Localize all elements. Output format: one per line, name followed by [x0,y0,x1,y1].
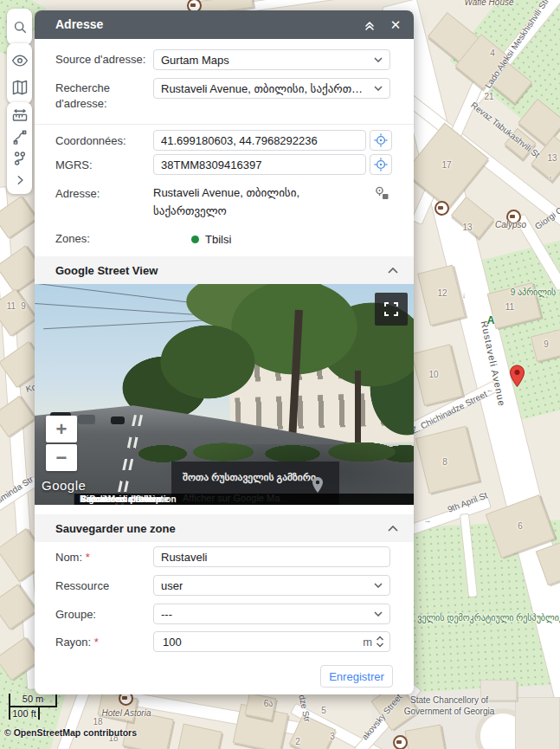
zone-name[interactable]: Tbilsi [205,230,231,249]
chevron-down-icon [374,583,383,588]
mgrs-input[interactable] [153,154,366,175]
save-zone-section-header[interactable]: Sauvegarder une zone [35,514,414,542]
coordinates-label: Coordonnées: [55,133,126,149]
radius-field: m [153,631,390,652]
locate-mgrs-button[interactable] [370,154,392,175]
radius-input[interactable] [161,635,363,649]
map-label: 5 [321,706,326,715]
street-view-section-title: Google Street View [55,264,158,277]
copy-address-icon[interactable] [374,185,389,204]
crosshair-icon [374,133,388,147]
sv-location-title: შოთა რუსთაველის გამზირი [183,471,316,483]
stepper-icon[interactable] [376,636,384,648]
save-button[interactable]: Enregistrer [320,665,393,688]
sv-car [111,416,125,424]
search-icon[interactable] [10,17,29,36]
resource-select[interactable]: user [153,575,390,596]
sv-pin-icon [312,477,324,494]
map-building [415,426,480,494]
eye-icon[interactable] [10,51,29,70]
map-scale-metric: 50 m [9,694,57,707]
chevron-down-icon [374,611,383,617]
address-source-value: Gurtam Maps [161,54,229,67]
save-zone-section-title: Sauvegarder une zone [55,522,176,535]
nodes-icon[interactable] [10,149,29,168]
divider [35,124,414,125]
zones-label: Zones: [55,231,90,247]
sidebar-group-search [7,9,32,45]
map-label: 18 [93,717,102,726]
close-icon[interactable]: ✕ [386,16,405,35]
sv-zoom-in-button[interactable]: + [46,416,77,442]
route-icon[interactable] [10,128,29,147]
ruler-icon[interactable] [10,107,29,126]
fullscreen-icon[interactable] [375,293,408,326]
zone-dot-icon [191,236,199,243]
address-search-select[interactable]: Rustaveli Avenue, თბილისი, საქართველო [153,78,390,99]
street-view-viewport[interactable]: + − Google შოთა რუსთაველის გამზირი Affic… [35,284,414,505]
panel-title: Adresse [55,17,103,31]
address-label: Adresse: [55,186,100,202]
sidebar-group-view [7,43,32,104]
address-source-select[interactable]: Gurtam Maps [153,49,390,70]
sv-zoom-out-button[interactable]: − [46,444,77,471]
map-layers-icon[interactable] [10,78,29,97]
mgrs-label: MGRS: [55,158,93,173]
crosshair-icon [374,158,388,171]
address-value: Rustaveli Avenue, თბილისი, საქართველო [153,184,357,220]
collapse-icon[interactable] [360,16,379,35]
sidebar-group-tools [7,102,32,194]
street-view-section-header[interactable]: Google Street View [35,256,414,284]
zone-name-input[interactable] [153,546,390,567]
map-poi-icon [434,201,449,216]
group-value: --- [161,608,172,621]
google-logo: Google [42,478,86,493]
source-label: Source d'adresse: [55,52,145,68]
sv-car [78,415,95,424]
sv-tree-trunk [355,371,361,449]
resource-value: user [161,579,183,592]
map-building [411,344,463,405]
required-mark: * [86,551,90,564]
address-panel: Adresse ✕ Source d'adresse: Gurtam Maps … [35,10,414,694]
group-label: Groupe: [55,607,96,623]
chevron-up-icon[interactable] [388,268,398,274]
chevron-up-icon[interactable] [388,526,398,532]
map-building [0,288,36,336]
map-marker-icon[interactable] [509,365,525,391]
name-label: Nom: * [55,550,90,565]
map-building [177,724,222,749]
coordinates-input[interactable] [153,130,366,151]
search-label: Recherche d'adresse: [55,81,142,112]
map-poi-icon [506,210,521,224]
map-attribution[interactable]: © OpenStreetMap contributors [4,727,137,738]
map-poi-icon [393,735,408,749]
chevron-down-icon [374,57,383,62]
locate-coordinates-button[interactable] [370,130,392,151]
resource-label: Ressource [55,578,109,594]
group-select[interactable]: --- [153,604,390,624]
map-building [515,697,560,749]
radius-label: Rayon: * [55,635,99,650]
sv-attribution-link[interactable]: Signaler un problème [74,494,175,505]
required-mark: * [94,636,99,649]
radius-unit: m [363,636,372,649]
chevron-down-icon [374,86,383,91]
address-search-value: Rustaveli Avenue, თბილისი, საქართველო [161,82,367,95]
sv-attribution-bar: Raccourcis clavier© Box Media GroupCondi… [74,494,414,505]
app-window: 50 m 100 ft © OpenStreetMap contributors… [0,0,560,749]
map-building [480,680,517,701]
panel-header: Adresse ✕ [35,10,414,39]
chevron-right-icon[interactable] [10,171,29,190]
map-scale-imperial: 100 ft [9,707,40,720]
